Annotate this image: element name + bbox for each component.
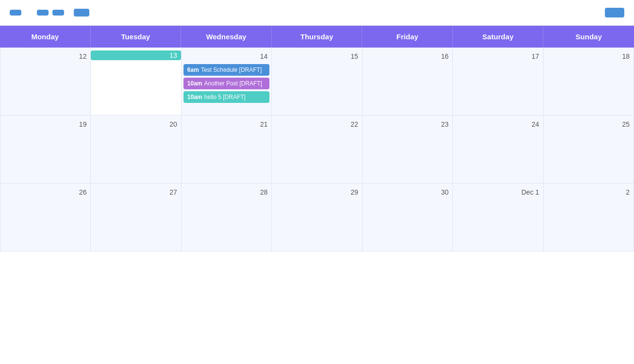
event-time: 10am [187,94,202,100]
calendar-event[interactable]: 6amTest Schedule [DRAFT] [184,64,269,76]
nav-left [10,9,89,17]
date-number: 29 [272,186,362,198]
calendar-cell: 2 [544,183,634,251]
date-number: 13 [91,50,181,60]
event-time: 10am [187,80,202,87]
date-number: 14 [182,50,271,62]
next-next-button[interactable] [52,10,64,16]
calendar-cell: 25 [544,116,634,183]
show-unscheduled-button[interactable] [605,8,624,17]
calendar-header-cell: Monday [0,26,91,48]
calendar-cell: 146amTest Schedule [DRAFT]10amAnother Po… [182,48,272,116]
calendar-body: 1213146amTest Schedule [DRAFT]10amAnothe… [0,48,634,251]
date-number: 27 [91,186,181,198]
calendar-header-cell: Sunday [543,26,634,48]
event-title: Test Schedule [DRAFT] [201,66,262,73]
date-number: 17 [453,50,543,62]
date-number: 25 [544,118,634,130]
date-number: 15 [272,50,362,62]
calendar-event[interactable]: 10amAnother Post [DRAFT] [184,78,269,89]
calendar-cell: 18 [544,48,634,116]
date-number: 22 [272,118,362,130]
calendar-header-cell: Friday [362,26,453,48]
next-button[interactable] [37,10,49,16]
date-number: 21 [182,118,271,130]
event-title: hello 5 [DRAFT] [204,94,246,100]
calendar-cell: 13 [91,48,181,116]
calendar-header-cell: Tuesday [91,26,182,48]
calendar-cell: 21 [182,116,272,183]
event-title: Another Post [DRAFT] [204,80,262,87]
date-number: 23 [363,118,452,130]
date-number: 2 [544,186,634,198]
event-time: 6am [187,66,199,73]
date-number: 16 [363,50,452,62]
calendar-cell: 24 [453,116,543,183]
calendar-cell: 12 [0,48,91,116]
calendar-container: MondayTuesdayWednesdayThursdayFridaySatu… [0,26,634,251]
show-today-button[interactable] [74,9,89,17]
date-number: 28 [182,186,271,198]
top-bar [0,0,634,26]
calendar-cell: 23 [363,116,453,183]
calendar-cell: 16 [363,48,453,116]
date-number: 26 [0,186,90,198]
date-number: 18 [544,50,634,62]
date-number: 12 [0,50,90,62]
events-area: 6amTest Schedule [DRAFT]10amAnother Post… [182,62,271,103]
prev-button[interactable] [10,10,21,16]
calendar-event[interactable]: 10amhello 5 [DRAFT] [184,91,269,103]
date-number: 19 [0,118,90,130]
date-number: 30 [363,186,452,198]
date-number: Dec 1 [453,186,543,198]
calendar-cell: 30 [363,183,453,251]
calendar-header-cell: Saturday [453,26,544,48]
calendar-cell: 17 [453,48,543,116]
calendar-cell: Dec 1 [453,183,543,251]
calendar-cell: 27 [91,183,181,251]
calendar-cell: 29 [272,183,362,251]
calendar-cell: 15 [272,48,362,116]
calendar-cell: 20 [91,116,181,183]
calendar-cell: 26 [0,183,91,251]
calendar-cell: 28 [182,183,272,251]
calendar-header: MondayTuesdayWednesdayThursdayFridaySatu… [0,26,634,48]
date-number: 20 [91,118,181,130]
calendar-header-cell: Wednesday [181,26,272,48]
calendar-cell: 22 [272,116,362,183]
calendar-cell: 19 [0,116,91,183]
date-number: 24 [453,118,543,130]
calendar-header-cell: Thursday [272,26,363,48]
